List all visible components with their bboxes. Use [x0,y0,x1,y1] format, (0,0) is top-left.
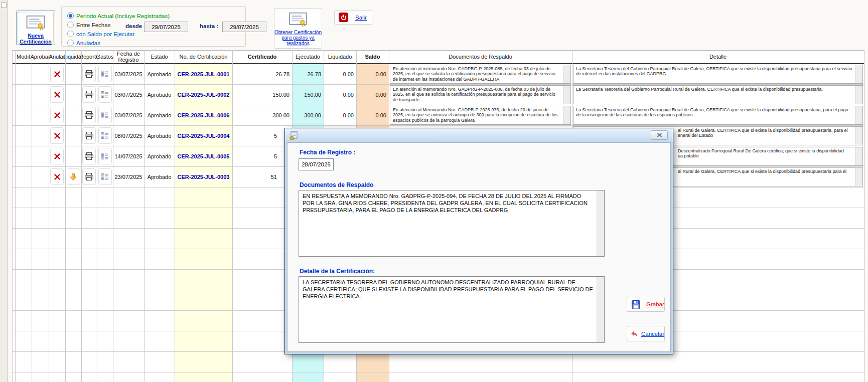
app-window: Nueva Certificación Periodo Actual (Incl… [0,0,868,382]
gastos-button[interactable] [98,66,112,82]
anular-button[interactable] [50,86,64,103]
estado-cell: Aprobado [144,125,175,146]
numero-certificacion-link[interactable]: CER-2025-JUL-0006 [175,105,232,125]
obtener-label-line3: realizados [286,41,310,46]
fecha-registro-input[interactable]: 28/07/2025 [299,158,334,170]
liquidar-button[interactable] [67,168,80,185]
radio-periodo-actual[interactable]: Periodo Actual (Incluye Registradas) [67,12,170,20]
ejecutado-cell: 150.00 [292,84,324,105]
cell-scrollbar [855,106,862,124]
documentos-cell: En atención al Memorando Nro. GADPR-P-20… [389,105,572,125]
gastos-button[interactable] [98,168,112,185]
cell-scrollbar [563,65,570,83]
radio-selected-icon [67,13,74,19]
certificacion-dialog: Fecha de Registro : 28/07/2025 Documento… [284,128,673,354]
grabar-button[interactable]: Grabar [627,297,665,312]
hasta-label: hasta : [200,23,218,29]
details-grid-icon [101,91,109,98]
detalle-certificacion-label: Detalle de la Certificación: [300,268,375,275]
printer-icon [85,132,93,139]
documentos-respaldo-textarea[interactable]: EN RESPUESTA A MEMORANDO Nro. GADPRG-P-2… [299,190,605,257]
anular-button[interactable] [50,127,64,144]
dialog-body: Fecha de Registro : 28/07/2025 Documento… [287,142,671,352]
desde-label: desde : [125,23,146,29]
details-grid-icon [101,111,109,119]
numero-certificacion-link[interactable]: CER-2025-JUL-0001 [175,64,232,84]
anular-button[interactable] [50,148,64,164]
printer-icon [85,173,93,180]
details-grid-icon [101,152,109,160]
documentos-text: En atención al Memorando Nro. GADPR-P-20… [393,107,557,123]
detalle-text: La Secretaria Tesorera del Gobierno Parr… [576,107,848,118]
certificado-cell: 5 [232,125,292,146]
radio-entre-fechas[interactable]: Entre Fechas [67,21,110,29]
dialog-close-button[interactable] [651,130,668,140]
gastos-button[interactable] [98,86,112,103]
red-x-icon [54,112,61,119]
radio-label: Anuladas [76,40,100,46]
desde-input[interactable]: 29/07/2025 [144,22,188,32]
fecha-registro-cell: 23/07/2025 [113,166,144,187]
red-x-icon [54,71,61,78]
anular-button[interactable] [50,66,64,82]
numero-certificacion-link[interactable]: CER-2025-JUL-0003 [175,166,232,187]
textarea-scrollbar [597,277,604,342]
certificado-cell: 5 [232,146,292,166]
col-header-fecha: Fecha de Registro [113,50,144,63]
col-header-modif: Modif [15,50,32,63]
reporte-button[interactable] [82,148,96,164]
estado-cell: Aprobado [144,146,175,166]
red-x-icon [54,132,61,139]
saldo-cell: 0.00 [356,84,389,105]
reporte-button[interactable] [82,127,96,144]
hasta-input[interactable]: 29/07/2025 [222,22,266,32]
estado-cell: Aprobado [144,166,175,187]
anular-button[interactable] [50,107,64,123]
anular-button[interactable] [50,168,64,185]
col-header-ejecutado: Ejecutado [292,50,324,63]
radio-con-saldo[interactable]: con Saldo por Ejecutar [67,30,134,38]
obtener-certificacion-button[interactable]: Obtener Certificación para gastos ya rea… [274,8,322,49]
detalle-certificacion-textarea[interactable]: LA SECRETARIA TESORERA DEL GOBIERNO AUTO… [299,276,605,343]
certificado-cell: 51 [232,166,292,187]
nueva-certificacion-button[interactable]: Nueva Certificación [16,11,55,45]
numero-certificacion-link[interactable]: CER-2025-JUL-0005 [175,146,232,166]
obtener-label-line2: para gastos ya [281,35,315,41]
fecha-registro-cell: 14/07/2025 [113,146,144,166]
cell-scrollbar [855,127,862,145]
numero-certificacion-link[interactable]: CER-2025-JUL-0002 [175,84,232,105]
reporte-button[interactable] [82,86,96,103]
floppy-disk-icon [632,300,640,309]
fecha-registro-cell: 03/07/2025 [113,105,144,125]
col-header-estado: Estado [144,50,175,63]
cancelar-button[interactable]: Cancelar [627,326,665,341]
liquidado-cell: 0.00 [324,64,356,84]
table-row: 03/07/2025 Aprobado CER-2025-JUL-0002 15… [0,84,868,105]
radio-anuladas[interactable]: Anuladas [67,39,100,47]
gastos-button[interactable] [98,127,112,144]
reporte-button[interactable] [82,66,96,82]
undo-arrow-icon [631,330,637,338]
cell-scrollbar [855,65,862,83]
fecha-registro-cell: 03/07/2025 [113,84,144,105]
documentos-cell: En atención al memorando Nro. GADPRG-P-2… [389,84,572,105]
gastos-button[interactable] [98,107,112,123]
liquidado-cell: 0.00 [324,105,356,125]
col-header-saldo: Saldo [356,50,389,63]
reporte-button[interactable] [82,107,96,123]
reporte-button[interactable] [82,168,96,185]
cell-scrollbar [855,86,862,104]
documentos-respaldo-text: EN RESPUESTA A MEMORANDO Nro. GADPRG-P-2… [303,193,588,213]
details-grid-icon [101,132,109,139]
salir-button[interactable]: Salir [334,10,372,25]
textarea-scrollbar [597,190,604,256]
red-x-icon [54,153,61,160]
radio-icon [67,40,74,46]
numero-certificacion-link[interactable]: CER-2025-JUL-0004 [175,125,232,146]
dialog-titlebar[interactable] [285,128,673,142]
focus-outline [18,12,54,44]
red-x-icon [54,173,61,180]
reporte-cell [81,64,97,84]
certificado-cell: 300.00 [232,105,292,125]
gastos-button[interactable] [98,148,112,164]
